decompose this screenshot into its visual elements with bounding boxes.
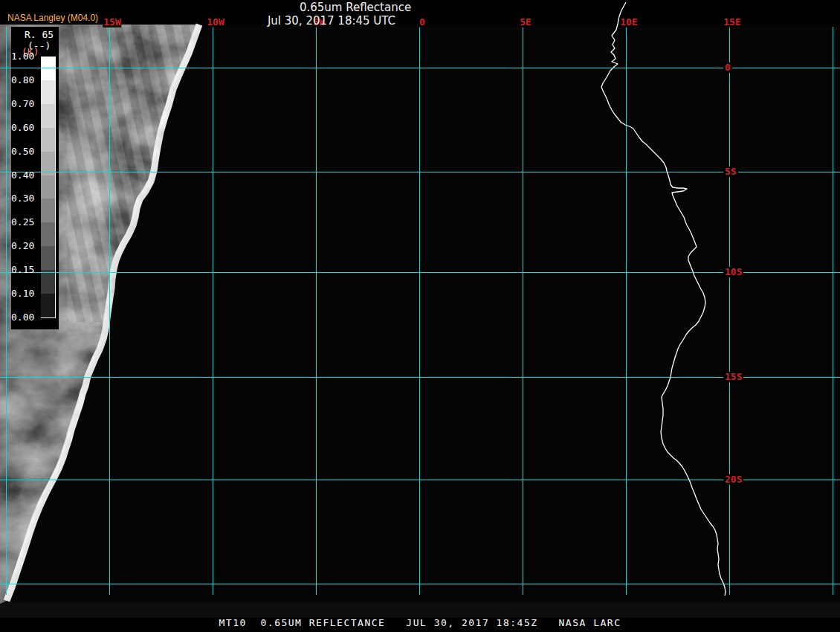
satellite-image-viewer: R. 65 (K) (--) 1.000.800.700.600.500.400… <box>0 0 840 632</box>
coastline <box>601 2 726 596</box>
credit-text: NASA Langley (M04.0) <box>7 13 98 23</box>
graticule-lines <box>0 27 840 595</box>
grid-overlay <box>0 0 840 632</box>
title-product: 0.65um Reflectance <box>300 1 411 14</box>
title-datetime: Jul 30, 2017 18:45 UTC <box>268 14 395 28</box>
status-bar: MT10 0.65UM REFLECTANCE JUL 30, 2017 18:… <box>219 617 621 628</box>
